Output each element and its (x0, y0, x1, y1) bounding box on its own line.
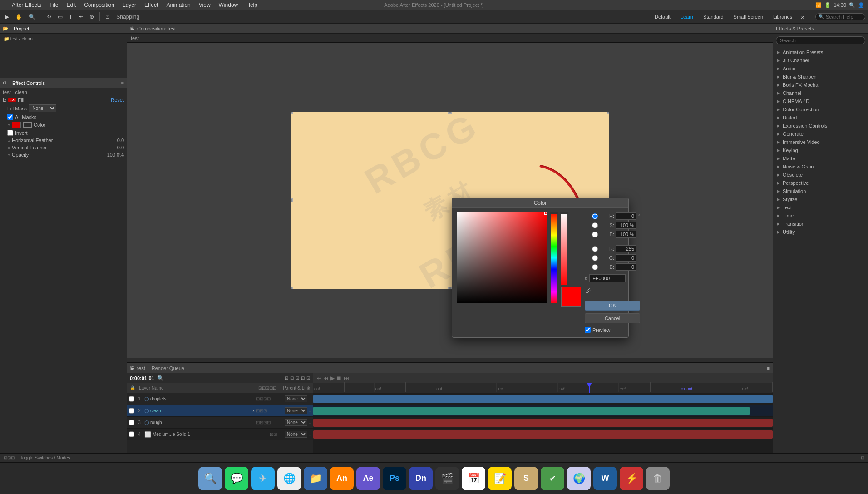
toolbar-pen[interactable]: ✒ (76, 13, 85, 21)
comp-tab[interactable]: Composition: test (137, 26, 176, 31)
category-color-correction[interactable]: ▶ Color Correction (773, 105, 868, 114)
r-input[interactable] (616, 245, 636, 252)
radio-g[interactable] (585, 255, 605, 261)
radio-r[interactable] (585, 246, 605, 252)
workspace-default[interactable]: Default (651, 13, 674, 20)
invert-checkbox[interactable] (7, 130, 13, 136)
dock-calendar[interactable]: 📅 (462, 467, 485, 490)
layer-1-name[interactable]: droplets (150, 396, 255, 401)
ctrl-search[interactable]: 🔍 (192, 361, 203, 362)
handle-lm[interactable] (291, 198, 293, 202)
track-bar-4[interactable] (313, 430, 773, 439)
tab-effect-controls[interactable]: Effect Controls (10, 79, 48, 87)
hue-slider-container[interactable] (551, 212, 557, 303)
workspace-libraries[interactable]: Libraries (769, 13, 796, 20)
ok-button[interactable]: OK (585, 301, 640, 311)
tab-project[interactable]: Project (11, 25, 32, 32)
track-bar-1[interactable] (313, 395, 773, 403)
effects-search-area[interactable] (776, 36, 865, 44)
handle-bm[interactable] (448, 287, 452, 289)
b-input[interactable] (616, 263, 636, 271)
handle-tm[interactable] (448, 112, 452, 114)
comp-header-close[interactable]: ≡ (767, 26, 770, 31)
category-text[interactable]: ▶ Text (773, 203, 868, 212)
toolbar-rect[interactable]: ▭ (55, 13, 65, 21)
dock-task[interactable]: ✔ (541, 467, 564, 490)
radio-hue[interactable] (585, 213, 605, 219)
layer-row-4[interactable]: 4 ⬜ Medium...e Solid 1 ⊡⊡ None ↓ (127, 429, 313, 440)
category-blur-sharpen[interactable]: ▶ Blur & Sharpen (773, 73, 868, 81)
category-channel[interactable]: ▶ Channel (773, 89, 868, 97)
eyedropper-button[interactable]: 🖊 (585, 286, 593, 295)
workspace-standard[interactable]: Standard (700, 13, 727, 20)
toolbar-zoom[interactable]: 🔍 (26, 13, 38, 21)
v-feather-value[interactable]: 0.0 (106, 145, 124, 150)
hue-slider[interactable] (551, 212, 557, 303)
track-bar-2[interactable] (313, 407, 750, 415)
ctrl-view[interactable]: 1 View (274, 362, 294, 363)
loop-btn[interactable]: ↩ (317, 375, 321, 381)
toolbar-rotate[interactable]: ↻ (44, 13, 54, 21)
preview-checkbox[interactable] (585, 327, 591, 333)
magnify-icon[interactable]: 🔍 (157, 375, 164, 381)
tl-ctrl-1[interactable]: ⊡ (285, 375, 288, 380)
layer-row-3[interactable]: 3 ⬡ rough ⊡⊡⊡⊡ None ↓ (127, 417, 313, 429)
dock-trash[interactable]: 🗑 (646, 467, 670, 490)
toolbar-text[interactable]: T (67, 13, 74, 21)
reset-button[interactable]: Reset (111, 97, 124, 103)
menu-help[interactable]: Help (242, 1, 261, 9)
layer-4-name[interactable]: Medium...e Solid 1 (153, 432, 268, 437)
menu-view[interactable]: View (195, 1, 214, 9)
dock-files[interactable]: 📁 (304, 467, 327, 490)
panel-close[interactable]: ≡ (121, 26, 124, 31)
category-noise-grain[interactable]: ▶ Noise & Grain (773, 163, 868, 171)
category-expression[interactable]: ▶ Expression Controls (773, 122, 868, 130)
g-input[interactable] (616, 254, 636, 262)
project-item[interactable]: 📁 test - clean (4, 35, 123, 42)
saturation-input[interactable] (616, 222, 636, 229)
track-row-1[interactable] (313, 393, 773, 405)
menu-effect[interactable]: Effect (141, 1, 162, 9)
dock-safari[interactable]: 🌍 (567, 467, 591, 490)
workspace-small-screen[interactable]: Small Screen (730, 13, 767, 20)
color-swatch-outline[interactable] (23, 122, 32, 128)
layer-2-parent[interactable]: None (285, 407, 307, 414)
category-immersive[interactable]: ▶ Immersive Video (773, 138, 868, 146)
toolbar-anchor[interactable]: ⊕ (87, 13, 96, 21)
layer-1-vis[interactable] (129, 396, 134, 402)
toolbar-select[interactable]: ▶ (3, 13, 11, 21)
category-perspective[interactable]: ▶ Perspective (773, 179, 868, 187)
category-utility[interactable]: ▶ Utility (773, 228, 868, 236)
playhead[interactable] (589, 383, 590, 393)
zoom-level[interactable]: 97% (206, 362, 216, 363)
hue-input[interactable] (616, 212, 636, 220)
handle-tr[interactable] (607, 112, 609, 114)
search-input[interactable] (826, 14, 862, 20)
menu-edit[interactable]: Edit (63, 1, 79, 9)
layer-3-name[interactable]: rough (150, 420, 255, 425)
category-transition[interactable]: ▶ Transition (773, 220, 868, 228)
dock-finder[interactable]: 🔍 (198, 467, 222, 490)
workspace-learn[interactable]: Learn (677, 13, 697, 20)
dock-scrivener[interactable]: S (514, 467, 538, 490)
play-btn[interactable]: ▶ (330, 375, 335, 381)
dock-animate[interactable]: An (330, 467, 354, 490)
menu-composition[interactable]: Composition (80, 1, 118, 9)
timecode[interactable]: 0:00:01:01 (130, 375, 154, 381)
track-row-2[interactable] (313, 405, 773, 417)
menu-window[interactable]: Window (215, 1, 242, 9)
effect-close[interactable]: ≡ (121, 80, 124, 86)
h-feather-value[interactable]: 0.0 (106, 138, 124, 143)
category-matte[interactable]: ▶ Matte (773, 154, 868, 163)
opacity-value[interactable]: 100.0% (106, 152, 124, 158)
cancel-button[interactable]: Cancel (585, 313, 640, 323)
category-simulation[interactable]: ▶ Simulation (773, 187, 868, 195)
fx-toggle[interactable]: fx (3, 98, 6, 103)
layer-1-parent[interactable]: None (285, 395, 307, 402)
category-cinema4d[interactable]: ▶ CINEMA 4D (773, 97, 868, 105)
tl-ctrl-5[interactable]: ⊡ (306, 375, 310, 380)
rev-btn[interactable]: ⏮ (323, 375, 329, 381)
menu-layer[interactable]: Layer (119, 1, 140, 9)
menu-file[interactable]: File (46, 1, 62, 9)
fill-mask-select[interactable]: None Mask 1 (29, 104, 56, 112)
